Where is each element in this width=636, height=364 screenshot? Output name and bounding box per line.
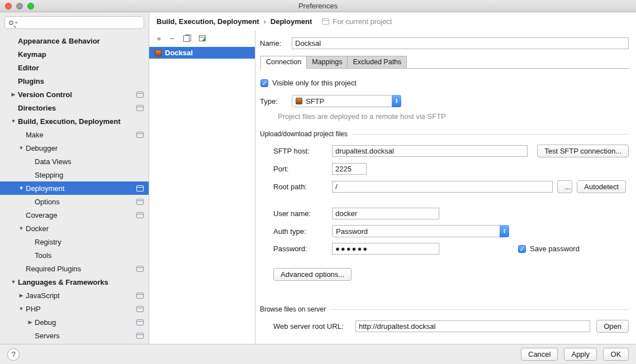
chevron-right-icon[interactable]: ▶	[17, 293, 26, 298]
tab-excluded-paths[interactable]: Excluded Paths	[348, 56, 407, 69]
apply-button[interactable]: Apply	[564, 348, 597, 361]
close-button[interactable]	[5, 3, 12, 9]
sidebar-item-label: Registry	[35, 238, 61, 246]
open-button[interactable]: Open	[596, 320, 629, 333]
web-root-field[interactable]	[355, 320, 590, 332]
sidebar-item-label: Version Control	[18, 90, 72, 99]
password-row: Password: Save password	[260, 243, 629, 255]
sidebar-item-deployment[interactable]: ▼ Deployment	[0, 181, 149, 195]
project-settings-icon	[136, 212, 144, 218]
sidebar-item-label: Make	[26, 131, 44, 139]
search-icon	[9, 21, 13, 25]
port-row: Port:	[260, 163, 629, 175]
test-sftp-connection-button[interactable]: Test SFTP connection...	[537, 145, 629, 157]
sidebar-item-label: Coverage	[26, 211, 57, 219]
project-settings-icon	[136, 199, 144, 205]
project-settings-icon	[136, 185, 144, 191]
chevron-right-icon[interactable]: ▶	[26, 319, 35, 325]
project-settings-icon	[136, 293, 144, 299]
settings-sidebar: ▾ Appearance & Behavior Keymap Editor	[0, 12, 149, 344]
name-row: Name:	[260, 37, 629, 49]
sidebar-item-build-execution-deployment[interactable]: ▼ Build, Execution, Deployment	[0, 114, 149, 128]
advanced-options-button[interactable]: Advanced options...	[273, 268, 352, 281]
server-list-toolbar: + −	[149, 31, 255, 45]
save-password-group: Save password	[518, 245, 580, 253]
port-field[interactable]	[332, 163, 367, 175]
sidebar-item-debugger[interactable]: ▼ Debugger	[0, 141, 149, 155]
sidebar-item-directories[interactable]: Directories	[0, 101, 149, 114]
chevron-down-icon[interactable]: ▼	[17, 306, 26, 312]
chevron-down-icon[interactable]: ▼	[9, 118, 18, 124]
chevron-down-icon[interactable]: ▼	[17, 185, 26, 191]
sidebar-item-servers[interactable]: Servers	[0, 329, 149, 342]
type-dropdown[interactable]: SFTP ▲▼	[292, 95, 401, 107]
sidebar-item-registry[interactable]: Registry	[0, 235, 149, 248]
browse-section-header: Browse files on server	[260, 305, 629, 313]
zoom-button[interactable]	[27, 3, 34, 9]
root-path-field[interactable]	[332, 181, 553, 193]
save-password-checkbox[interactable]	[518, 245, 526, 253]
sftp-server-icon	[155, 50, 162, 56]
tab-mappings[interactable]: Mappings	[307, 56, 348, 69]
add-icon[interactable]: +	[156, 34, 162, 42]
sidebar-item-label: Required Plugins	[26, 265, 81, 273]
search-input[interactable]	[19, 18, 140, 27]
current-project-context: For current project	[322, 17, 392, 26]
dropdown-stepper-icon[interactable]: ▲▼	[392, 95, 401, 107]
browse-root-path-button[interactable]: ...	[557, 180, 572, 193]
sidebar-item-plugins[interactable]: Plugins	[0, 74, 149, 88]
breadcrumb-separator: ›	[263, 17, 265, 26]
dropdown-stepper-icon[interactable]: ▲▼	[500, 225, 509, 237]
tab-connection[interactable]: Connection	[260, 56, 307, 69]
ok-button[interactable]: OK	[603, 348, 629, 361]
sftp-host-field[interactable]	[332, 145, 528, 157]
sidebar-item-editor[interactable]: Editor	[0, 61, 149, 74]
sidebar-item-make[interactable]: Make	[0, 128, 149, 141]
user-name-field[interactable]	[332, 208, 439, 219]
chevron-right-icon[interactable]: ▶	[9, 92, 18, 97]
autodetect-button[interactable]: Autodetect	[577, 180, 626, 193]
name-field[interactable]	[292, 37, 629, 49]
traffic-lights	[5, 3, 34, 9]
sidebar-item-options[interactable]: Options	[0, 195, 149, 208]
breadcrumb-parent[interactable]: Build, Execution, Deployment	[156, 17, 259, 26]
auth-type-dropdown[interactable]: Password ▲▼	[332, 225, 509, 237]
sidebar-item-languages-frameworks[interactable]: ▼ Languages & Frameworks	[0, 275, 149, 289]
type-row: Type: SFTP ▲▼	[260, 95, 629, 107]
sidebar-item-keymap[interactable]: Keymap	[0, 47, 149, 61]
sidebar-item-data-views[interactable]: Data Views	[0, 155, 149, 168]
sidebar-item-label: Languages & Frameworks	[18, 278, 108, 286]
sidebar-item-appearance-behavior[interactable]: Appearance & Behavior	[0, 34, 149, 47]
sidebar-item-required-plugins[interactable]: Required Plugins	[0, 262, 149, 275]
list-item-docksal[interactable]: Docksal	[149, 47, 255, 59]
sidebar-item-javascript[interactable]: ▶ JavaScript	[0, 289, 149, 302]
sidebar-item-tools[interactable]: Tools	[0, 248, 149, 262]
sidebar-item-version-control[interactable]: ▶ Version Control	[0, 88, 149, 101]
cancel-button[interactable]: Cancel	[521, 348, 558, 361]
help-button[interactable]: ?	[7, 348, 20, 361]
visible-project-checkbox[interactable]	[260, 79, 268, 87]
section-title: Browse files on server	[260, 305, 326, 313]
chevron-down-icon[interactable]: ▼	[9, 279, 18, 285]
type-value: SFTP	[306, 97, 324, 106]
remove-icon[interactable]: −	[170, 34, 175, 42]
chevron-down-icon[interactable]: ▼	[17, 145, 26, 151]
search-box[interactable]: ▾	[4, 16, 144, 29]
password-field[interactable]	[332, 243, 439, 255]
server-name: Docksal	[165, 49, 193, 57]
sidebar-item-stepping[interactable]: Stepping	[0, 168, 149, 181]
auth-type-label: Auth type:	[273, 227, 332, 236]
copy-icon[interactable]	[183, 35, 191, 42]
sidebar-item-coverage[interactable]: Coverage	[0, 208, 149, 222]
sidebar-item-debug[interactable]: ▶ Debug	[0, 315, 149, 329]
project-settings-icon	[136, 92, 144, 98]
sftp-host-label: SFTP host:	[273, 147, 332, 155]
sidebar-item-label: Plugins	[18, 77, 44, 85]
chevron-down-icon[interactable]: ▼	[17, 226, 26, 231]
use-as-default-icon[interactable]	[199, 35, 206, 41]
sidebar-item-php[interactable]: ▼ PHP	[0, 302, 149, 315]
chevron-down-icon[interactable]: ▾	[15, 20, 17, 25]
project-settings-icon	[136, 132, 144, 138]
minimize-button	[16, 3, 23, 9]
sidebar-item-docker[interactable]: ▼ Docker	[0, 222, 149, 235]
